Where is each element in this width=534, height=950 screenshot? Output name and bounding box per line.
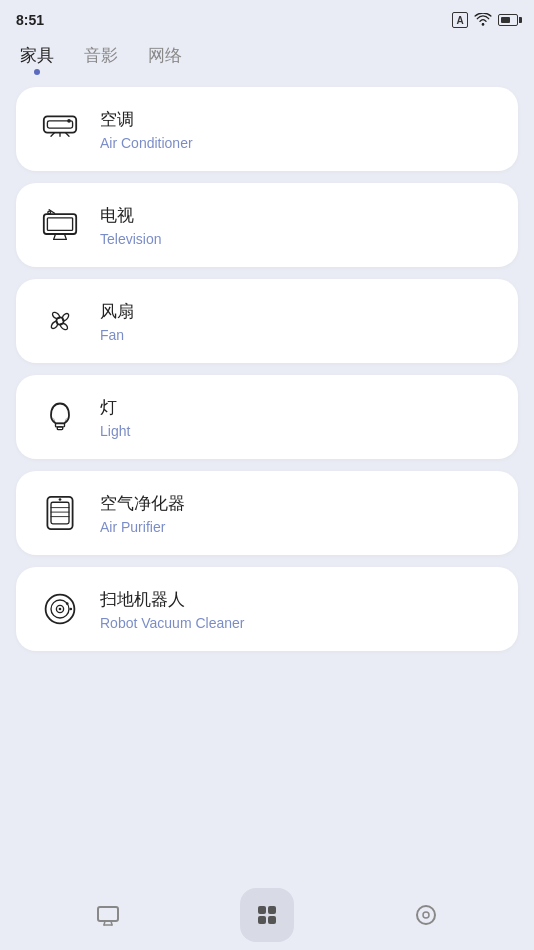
device-card-tv[interactable]: 电视 Television [16,183,518,267]
vacuum-name-en: Robot Vacuum Cleaner [100,615,244,631]
svg-point-6 [67,119,71,123]
device-list: 空调 Air Conditioner 电视 Television [0,75,534,864]
svg-rect-16 [57,427,62,430]
svg-point-29 [66,602,69,605]
light-icon [38,395,82,439]
settings-nav-icon [413,902,439,928]
battery-icon [498,14,518,26]
device-card-fan[interactable]: 风扇 Fan [16,279,518,363]
svg-rect-20 [51,502,69,524]
signal-icon: A [452,12,468,28]
light-info: 灯 Light [100,396,130,439]
vacuum-icon [38,587,82,631]
device-card-light[interactable]: 灯 Light [16,375,518,459]
fan-info: 风扇 Fan [100,300,134,343]
svg-point-0 [482,23,485,26]
bottom-nav [0,880,534,950]
purifier-name-en: Air Purifier [100,519,185,535]
vacuum-name-zh: 扫地机器人 [100,588,244,611]
svg-rect-8 [47,218,72,231]
nav-settings[interactable] [401,890,451,940]
svg-rect-36 [268,906,276,914]
device-card-vacuum[interactable]: 扫地机器人 Robot Vacuum Cleaner [16,567,518,651]
svg-rect-35 [258,906,266,914]
svg-point-30 [69,608,72,611]
light-name-en: Light [100,423,130,439]
ac-name-zh: 空调 [100,108,193,131]
svg-point-12 [48,211,51,214]
device-card-ac[interactable]: 空调 Air Conditioner [16,87,518,171]
svg-point-24 [59,498,62,501]
tab-furniture[interactable]: 家具 [20,44,54,75]
wifi-icon [474,13,492,27]
fan-name-en: Fan [100,327,134,343]
nav-device[interactable] [83,890,133,940]
nav-home[interactable] [240,888,294,942]
tv-icon [38,203,82,247]
purifier-name-zh: 空气净化器 [100,492,185,515]
tv-name-en: Television [100,231,161,247]
tv-info: 电视 Television [100,204,161,247]
svg-point-40 [423,912,429,918]
status-icons: A [452,12,518,28]
tabs: 家具 音影 网络 [0,36,534,75]
home-nav-icon [253,901,281,929]
light-name-zh: 灯 [100,396,130,419]
svg-rect-1 [44,116,76,132]
ac-info: 空调 Air Conditioner [100,108,193,151]
tv-name-zh: 电视 [100,204,161,227]
ac-name-en: Air Conditioner [100,135,193,151]
vacuum-info: 扫地机器人 Robot Vacuum Cleaner [100,588,244,631]
tab-audio[interactable]: 音影 [84,44,118,75]
device-nav-icon [95,902,121,928]
svg-rect-31 [98,907,118,921]
svg-point-28 [59,608,62,611]
purifier-info: 空气净化器 Air Purifier [100,492,185,535]
device-card-purifier[interactable]: 空气净化器 Air Purifier [16,471,518,555]
svg-rect-37 [258,916,266,924]
status-time: 8:51 [16,12,44,28]
ac-icon [38,107,82,151]
fan-name-zh: 风扇 [100,300,134,323]
svg-point-39 [417,906,435,924]
fan-icon [38,299,82,343]
purifier-icon [38,491,82,535]
tab-network[interactable]: 网络 [148,44,182,75]
status-bar: 8:51 A [0,0,534,36]
svg-rect-38 [268,916,276,924]
